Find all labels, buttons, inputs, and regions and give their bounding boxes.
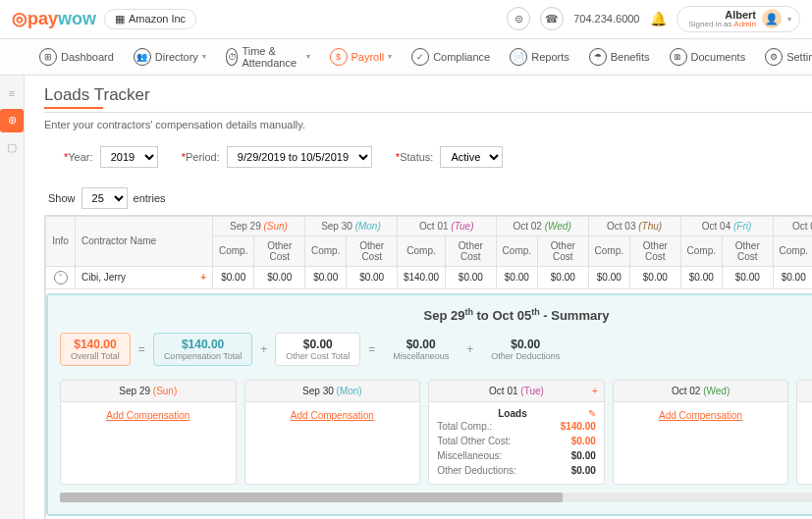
side-rail: ≡ ⊛ ▢ — [0, 76, 25, 519]
add-icon[interactable]: + — [200, 272, 206, 283]
col-info: Info — [46, 216, 76, 266]
reports-icon: 📄 — [510, 48, 527, 66]
horizontal-scrollbar[interactable] — [60, 493, 812, 502]
avatar: 👤 — [762, 9, 782, 28]
data-grid: Info Contractor Name Sep 29 (Sun) Sep 30… — [44, 215, 812, 519]
edit-icon[interactable]: ✎ — [588, 408, 596, 419]
chevron-down-icon: ▾ — [787, 15, 791, 24]
table-row: ⌃ Cibi, Jerry+ $0.00$0.00 $0.00$0.00 $14… — [46, 266, 813, 288]
payroll-icon: $ — [330, 48, 348, 66]
period-select[interactable]: 9/29/2019 to 10/5/2019 — [227, 146, 372, 168]
documents-icon: 🗎 — [670, 48, 687, 66]
help-icon[interactable]: ⊜ — [507, 7, 530, 30]
detail-panel: Sep 29th to Oct 05th - Summary $140.00Ov… — [46, 293, 812, 516]
day-card: Sep 30 (Mon) Add Compensation — [244, 380, 421, 485]
day-card: Oct 02 (Wed) Add Compensation — [613, 380, 789, 485]
logo: ◎paywow — [12, 8, 96, 29]
nav-directory[interactable]: 👥Directory▾ — [134, 45, 206, 69]
company-selector[interactable]: ▦ Amazon Inc — [104, 9, 196, 29]
bell-icon[interactable]: 🔔 — [650, 11, 667, 26]
page-subtitle: Enter your contractors' compensation det… — [44, 119, 812, 130]
topbar: ◎paywow ▦ Amazon Inc ⊜ ☎ 704.234.6000 🔔 … — [0, 0, 812, 39]
status-select[interactable]: Active — [440, 146, 503, 168]
add-compensation-link[interactable]: Add Compensation — [614, 402, 788, 429]
dashboard-icon: ⊞ — [39, 48, 57, 66]
nav-dashboard[interactable]: ⊞Dashboard — [39, 45, 114, 69]
day-card: Oct 03 (Thu) Add Compensation — [796, 380, 812, 485]
nav-payroll[interactable]: $Payroll▾ — [330, 45, 393, 69]
day-card: Sep 29 (Sun) Add Compensation — [60, 380, 237, 485]
nav-reports[interactable]: 📄Reports — [510, 45, 569, 69]
page-size-select[interactable]: 25 — [81, 187, 128, 209]
year-select[interactable]: 2019 — [100, 146, 158, 168]
benefits-icon: ☂ — [589, 48, 607, 66]
rail-collapse[interactable]: ≡ — [0, 81, 24, 105]
add-compensation-link[interactable]: Add Compensation — [245, 402, 420, 429]
nav-time[interactable]: ⏱Time & Attendance▾ — [226, 45, 310, 69]
nav-compliance[interactable]: ✓Compliance — [411, 45, 490, 69]
nav-documents[interactable]: 🗎Documents — [670, 45, 746, 69]
phone-number: 704.234.6000 — [573, 13, 639, 25]
filter-bar: *Year: 2019 *Period: 9/29/2019 to 10/5/2… — [44, 142, 812, 182]
add-compensation-link[interactable]: Add Compensation — [61, 402, 236, 429]
rail-money[interactable]: ⊛ — [0, 109, 24, 132]
day-card-loads: Oct 01 (Tue)+ Loads✎ Total Comp.:$140.00… — [428, 380, 605, 485]
nav-settings[interactable]: ⚙Settings — [765, 45, 812, 69]
user-menu[interactable]: Albert Signed in as Admin 👤 ▾ — [677, 6, 801, 32]
main-nav: ⊞Dashboard 👥Directory▾ ⏱Time & Attendanc… — [0, 39, 812, 76]
col-contractor: Contractor Name — [76, 216, 213, 266]
collapse-button[interactable]: ⌃ — [54, 271, 68, 285]
clock-icon: ⏱ — [226, 48, 239, 66]
gear-icon: ⚙ — [765, 48, 783, 66]
add-compensation-link[interactable]: Add Compensation — [797, 402, 812, 429]
add-icon[interactable]: + — [592, 386, 598, 396]
directory-icon: 👥 — [134, 48, 151, 66]
detail-title: Sep 29th to Oct 05th - Summary — [60, 307, 812, 323]
rail-calc[interactable]: ▢ — [0, 136, 24, 160]
compliance-icon: ✓ — [411, 48, 429, 66]
grid-icon: ▦ — [115, 13, 125, 26]
nav-benefits[interactable]: ☂Benefits — [589, 45, 650, 69]
page-title: Loads Tracker — [44, 85, 812, 113]
phone-icon[interactable]: ☎ — [540, 7, 564, 30]
